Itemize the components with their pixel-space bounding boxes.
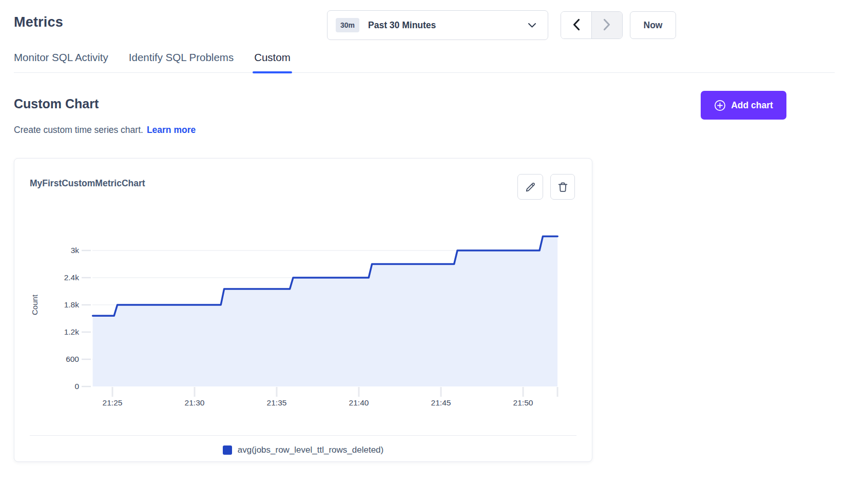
next-range-button[interactable]	[592, 12, 622, 38]
chevron-left-icon	[572, 18, 580, 32]
x-tick-label: 21:35	[267, 398, 287, 407]
page-title: Metrics	[14, 14, 63, 30]
x-tick-label: 21:45	[431, 398, 451, 407]
tab-custom[interactable]: Custom	[254, 51, 291, 72]
chevron-down-icon	[528, 23, 536, 28]
chevron-right-icon	[603, 18, 611, 32]
time-range-picker[interactable]: 30m Past 30 Minutes	[327, 10, 548, 40]
y-tick-label: 600	[66, 355, 79, 363]
y-tick-label: 2.4k	[64, 273, 80, 282]
y-tick-label: 1.2k	[64, 327, 80, 336]
section-subtitle: Create custom time series chart.Learn mo…	[14, 125, 196, 135]
x-tick-label: 21:30	[185, 398, 205, 407]
section-heading: Custom Chart	[14, 96, 99, 111]
series-fill	[93, 237, 558, 386]
previous-range-button[interactable]	[561, 12, 592, 38]
x-tick-label: 21:25	[103, 398, 123, 407]
chart-legend: avg(jobs_row_level_ttl_rows_deleted)	[14, 445, 592, 455]
y-tick-label: 3k	[71, 246, 80, 255]
time-range-label: Past 30 Minutes	[368, 20, 436, 31]
tab-identify-sql-problems[interactable]: Identify SQL Problems	[129, 51, 234, 72]
custom-chart-card: MyFirstCustomMetricChart 06001.2k1.8k2.4…	[14, 158, 592, 462]
time-range-pager	[561, 11, 623, 39]
legend-swatch	[223, 445, 232, 455]
x-tick-label: 21:40	[349, 398, 369, 407]
legend-divider	[30, 435, 576, 436]
add-chart-button[interactable]: Add chart	[701, 91, 786, 120]
subtitle-text: Create custom time series chart.	[14, 125, 143, 135]
metrics-tabs: Monitor SQL Activity Identify SQL Proble…	[14, 51, 835, 73]
tab-monitor-sql-activity[interactable]: Monitor SQL Activity	[14, 51, 108, 72]
legend-label: avg(jobs_row_level_ttl_rows_deleted)	[238, 445, 383, 455]
y-axis-title: Count	[30, 294, 39, 315]
learn-more-link[interactable]: Learn more	[147, 125, 196, 135]
add-chart-label: Add chart	[731, 100, 773, 111]
y-tick-label: 0	[74, 382, 79, 391]
y-tick-label: 1.8k	[64, 300, 80, 309]
x-tick-label: 21:50	[513, 398, 533, 407]
timeseries-chart: 06001.2k1.8k2.4k3k21:2521:3021:3521:4021…	[14, 159, 592, 415]
now-button[interactable]: Now	[630, 11, 676, 39]
plus-circle-icon	[714, 100, 726, 111]
time-range-badge: 30m	[336, 18, 359, 32]
